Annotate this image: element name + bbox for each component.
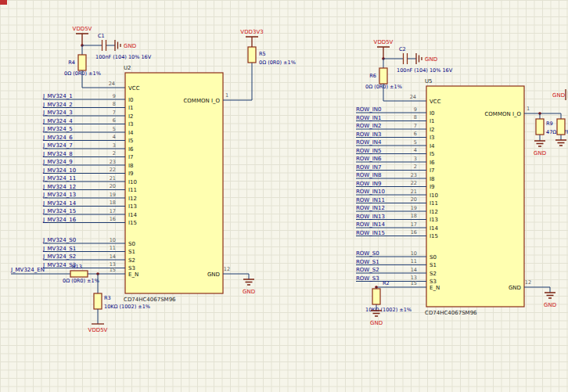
capacitor-plates [102,40,106,51]
net-label[interactable]: ROW_S3 [356,275,379,282]
gnd-label: GND [534,150,546,156]
net-label[interactable]: J_MV324_3 [42,110,73,116]
pin-number-vcc: 24 [410,94,416,100]
net-label[interactable]: J_MV324_11 [42,175,76,182]
gnd-label: GND [552,92,565,99]
resistor-r2[interactable]: R2 10KΩ (1002) ±1% [365,280,412,313]
pin-name: I2 [430,127,435,133]
capacitor-ref: C1 [98,33,105,39]
resistor-body [248,47,256,63]
net-label[interactable]: ROW_S0 [356,250,379,257]
pin-name: S1 [430,262,437,268]
gnd-label: GND [544,302,556,308]
net-label[interactable]: J_MV324_12 [42,184,76,190]
gnd-port-r2[interactable]: GND [370,311,383,326]
pin-number: 20 [411,196,417,203]
pin-number: 2 [113,150,116,156]
pin-number: 6 [113,117,116,124]
gnd-port-chip[interactable]: GND [544,293,556,308]
pin-number: 14 [110,254,116,260]
net-label[interactable]: J_MV324_7 [42,142,73,149]
gnd-port-top-right[interactable]: GND [552,89,568,100]
net-label[interactable]: J_MV324_S2 [42,254,76,260]
select-row[interactable]: J_MV324_S3 13 S3 [42,261,135,272]
gnd-port-r9[interactable]: GND [534,141,546,156]
net-label[interactable]: ROW_IN7 [356,164,382,171]
power-port-vdd5v-top[interactable]: VDD5V [374,39,394,59]
power-port-vdd3v3[interactable]: VDD3V3 [240,29,263,47]
chip-body[interactable] [426,86,524,307]
net-label[interactable]: J_MV324_6 [42,135,73,141]
net-label[interactable]: ROW_S2 [356,267,379,273]
net-label[interactable]: ROW_IN10 [356,189,385,195]
net-label[interactable]: ROW_IN2 [356,123,382,129]
gnd-port-chip[interactable]: GND [243,279,255,295]
resistor-partial-edge[interactable] [555,119,566,146]
pin-number: 5 [414,139,417,146]
chip-part-number: CD74HC4067SM96 [124,297,176,303]
net-label[interactable]: ROW_IN3 [356,131,382,138]
net-label[interactable]: J_MV324_S1 [42,246,76,252]
resistor-body [94,293,102,309]
gnd-symbol [115,40,120,51]
net-label[interactable]: J_MV324_15 [42,208,76,214]
pin-name: I0 [128,97,134,103]
net-label[interactable]: ROW_IN4 [356,139,382,146]
net-label[interactable]: J_MV324_5 [42,126,73,132]
net-label[interactable]: J_MV324_10 [42,167,76,174]
capacitor-value: 100nF (104) 10% 16V [397,67,453,74]
pin-name: I14 [430,225,439,232]
pin-name: I11 [430,200,438,207]
net-label[interactable]: J_MV324_14 [42,200,77,207]
pin-number: 16 [110,216,116,222]
pin-number: 21 [110,175,116,182]
net-label[interactable]: ROW_IN5 [356,148,382,154]
pin-number: 10 [411,250,417,257]
resistor-r5[interactable]: R5 0Ω (0R0) ±1% [248,47,296,66]
net-label-enable[interactable]: J_MV324_EN [10,267,45,273]
net-label[interactable]: J_MV324_S3 [42,262,76,268]
gnd-port-cap[interactable]: GND [416,53,437,64]
pin-number: 8 [113,101,116,107]
input-row[interactable]: J_MV324_16 16 I15 [42,216,137,226]
pin-name-vcc: VCC [128,85,140,92]
net-label[interactable]: J_MV324_1 [42,93,73,99]
net-label[interactable]: J_MV324_16 [42,217,77,223]
chip-body[interactable] [125,73,223,293]
net-label[interactable]: ROW_IN12 [356,205,385,211]
gnd-label: GND [425,56,437,63]
net-label[interactable]: ROW_IN14 [356,221,386,228]
net-label[interactable]: ROW_IN9 [356,181,382,187]
power-port-vdd5v-bottom[interactable]: VDD5V [88,324,108,333]
pin-name: I13 [430,217,438,223]
pin-name-common: COMMON I_O [484,111,521,117]
mux-chip-u5[interactable]: U5 CD74HC4067SM96 VCC COMMON I_O E_N GND [425,78,524,316]
net-label[interactable]: J_MV324_4 [42,118,73,124]
net-label[interactable]: J_MV324_13 [42,192,76,198]
pin-name-gnd: GND [207,272,220,278]
net-label[interactable]: ROW_IN8 [356,172,382,178]
net-label[interactable]: ROW_IN1 [356,115,382,121]
pin-number: 17 [110,208,116,214]
select-row[interactable]: ROW_S3 13 S3 [356,275,437,285]
net-label[interactable]: ROW_S1 [356,259,379,265]
pin-name: I11 [128,187,137,193]
net-label[interactable]: ROW_IN13 [356,214,385,220]
net-label[interactable]: J_MV324_9 [42,159,73,165]
gnd-port-cap[interactable]: GND [115,40,136,51]
resistor-body [78,55,86,70]
net-label[interactable]: ROW_IN11 [356,197,385,203]
net-label[interactable]: ROW_IN0 [356,106,382,113]
net-label[interactable]: J_MV324_2 [42,102,73,108]
net-label[interactable]: ROW_IN15 [356,230,385,236]
input-row[interactable]: ROW_IN15 16 I15 [356,229,438,239]
gnd-label: GND [124,43,136,49]
pin-name: I12 [430,209,438,215]
pin-name: I15 [430,233,438,239]
net-label[interactable]: ROW_IN6 [356,156,382,162]
net-label[interactable]: J_MV324_8 [42,151,73,157]
pin-name: I12 [128,196,137,202]
power-port-vdd5v-top[interactable]: VDD5V [73,26,92,45]
net-label[interactable]: J_MV324_S0 [42,237,76,243]
mux-chip-u2[interactable]: U2 CD74HC4067SM96 VCC COMMON I_O E_N GND [124,65,223,303]
